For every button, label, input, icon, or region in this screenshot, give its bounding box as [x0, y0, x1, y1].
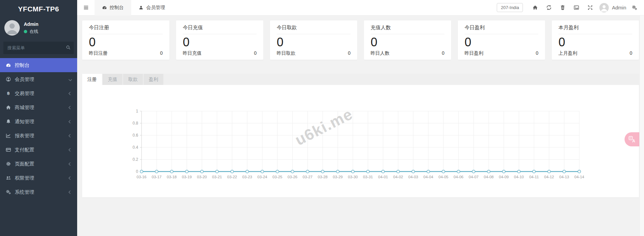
gear-icon[interactable]: [628, 0, 641, 15]
sidebar-user: Admin 在线: [0, 18, 77, 40]
header-avatar[interactable]: [599, 3, 609, 12]
user-status: 在线: [24, 29, 39, 35]
sidebar-item-6[interactable]: 支付配置: [0, 143, 77, 157]
page-icon: [5, 161, 11, 167]
mall-icon: [5, 105, 11, 110]
chart-tabs: 注册充值取款盈利: [82, 74, 639, 85]
stat-sub-value: 0: [536, 50, 538, 56]
chart-tab-3[interactable]: 盈利: [144, 74, 163, 85]
svg-text:03-16: 03-16: [137, 175, 146, 179]
user-avatar[interactable]: [4, 20, 20, 36]
translate-button[interactable]: 中A: [625, 132, 639, 146]
notice-icon: [5, 119, 11, 124]
svg-text:1: 1: [136, 109, 138, 113]
user-name: Admin: [24, 21, 39, 27]
chevron-left-icon: [69, 134, 72, 137]
svg-text:0.8: 0.8: [132, 121, 138, 126]
line-chart: 00.20.40.60.8103-1603-1703-1803-1903-200…: [82, 85, 639, 197]
stat-value: 0: [371, 34, 444, 50]
sidebar-item-label: 控制台: [15, 62, 30, 68]
chevron-left-icon: [69, 92, 72, 95]
search-icon: [66, 45, 71, 50]
svg-text:04-01: 04-01: [378, 175, 388, 179]
menu-search: [3, 42, 74, 54]
refresh-icon[interactable]: [542, 0, 556, 15]
home-icon[interactable]: [528, 0, 542, 15]
sidebar: YFCMF-TP6 Admin 在线 控制台会员管理฿交易管理商城管理通知管理报…: [0, 0, 77, 236]
sidebar-item-1[interactable]: 会员管理: [0, 72, 77, 86]
sidebar-item-8[interactable]: 权限管理: [0, 171, 77, 185]
stat-sub-label: 昨日注册: [89, 50, 108, 56]
chart-tab-1[interactable]: 充值: [103, 74, 122, 85]
dashboard-icon: [5, 62, 11, 68]
svg-text:03-19: 03-19: [182, 175, 192, 179]
stat-sub-label: 昨日盈利: [465, 50, 483, 56]
stat-sub-label: 昨日取款: [277, 50, 296, 56]
stat-sub-value: 0: [160, 50, 163, 56]
header-tab-0[interactable]: 控制台: [95, 0, 131, 15]
svg-text:04-08: 04-08: [484, 175, 493, 179]
stat-sub-label: 上月盈利: [558, 50, 577, 56]
content: 今日注册0昨日注册0今日充值0昨日充值0今日取款0昨日取款0充值人数0昨日人数0…: [77, 15, 644, 236]
svg-text:04-12: 04-12: [544, 175, 554, 179]
stat-footer: 昨日人数0: [371, 50, 444, 57]
sidebar-item-5[interactable]: 报表管理: [0, 129, 77, 143]
svg-text:03-23: 03-23: [242, 175, 252, 179]
member-icon: [5, 77, 11, 82]
menu-icon[interactable]: [77, 0, 95, 15]
scrollbar[interactable]: [639, 15, 644, 236]
permission-icon: [5, 175, 11, 181]
sidebar-item-label: 页面配置: [15, 161, 34, 167]
sidebar-item-label: 商城管理: [15, 104, 34, 111]
stat-footer: 昨日盈利0: [465, 50, 538, 57]
trash-icon[interactable]: [556, 0, 570, 15]
page: { "app": { "logo": "YFCMF-TP6" }, "color…: [0, 0, 644, 236]
svg-text:03-29: 03-29: [333, 175, 342, 179]
sidebar-item-label: 通知管理: [15, 119, 34, 125]
stat-sub-value: 0: [348, 50, 351, 56]
chevron-left-icon: [69, 162, 72, 166]
stat-footer: 昨日注册0: [89, 50, 163, 57]
stat-card-3: 充值人数0昨日人数0: [364, 20, 451, 60]
svg-text:0.6: 0.6: [132, 133, 138, 138]
stat-title: 今日盈利: [465, 25, 538, 34]
header-actions: [528, 0, 597, 15]
sidebar-item-3[interactable]: 商城管理: [0, 100, 77, 114]
sidebar-item-label: 报表管理: [15, 133, 34, 139]
svg-text:03-18: 03-18: [167, 175, 176, 179]
app-logo: YFCMF-TP6: [0, 0, 77, 18]
sidebar-item-2[interactable]: ฿交易管理: [0, 86, 77, 100]
chart-panel: 注册充值取款盈利 00.20.40.60.8103-1603-1703-1803…: [82, 74, 639, 197]
header-username[interactable]: Admin: [612, 5, 626, 10]
fullscreen-icon[interactable]: [583, 0, 597, 15]
user-meta: Admin 在线: [24, 21, 39, 35]
chevron-left-icon: [69, 148, 72, 151]
svg-text:03-31: 03-31: [363, 175, 373, 179]
svg-text:04-09: 04-09: [499, 175, 508, 179]
chevron-left-icon: [69, 120, 72, 123]
chart-tab-0[interactable]: 注册: [82, 74, 102, 85]
site-selector-button[interactable]: 207-India: [497, 3, 523, 12]
sidebar-item-9[interactable]: 系统管理: [0, 185, 77, 199]
stats-row: 今日注册0昨日注册0今日充值0昨日充值0今日取款0昨日取款0充值人数0昨日人数0…: [82, 20, 639, 60]
sidebar-nav: 控制台会员管理฿交易管理商城管理通知管理报表管理支付配置页面配置权限管理系统管理: [0, 58, 77, 199]
svg-text:0.2: 0.2: [132, 157, 138, 162]
stat-value: 0: [558, 34, 632, 50]
sidebar-item-label: 会员管理: [15, 76, 34, 83]
sidebar-item-7[interactable]: 页面配置: [0, 157, 77, 171]
chart-tab-2[interactable]: 取款: [123, 74, 143, 85]
svg-text:03-30: 03-30: [348, 175, 358, 179]
search-input[interactable]: [3, 42, 74, 54]
online-label: 在线: [30, 29, 38, 35]
svg-text:03-17: 03-17: [152, 175, 161, 179]
sidebar-item-4[interactable]: 通知管理: [0, 114, 77, 129]
header: 控制台会员管理 207-India Admin: [77, 0, 644, 15]
header-tab-1[interactable]: 会员管理: [131, 0, 172, 15]
system-icon: [5, 189, 11, 195]
clear-cache-icon[interactable]: [570, 0, 583, 15]
dashboard-icon: [102, 5, 107, 10]
chevron-left-icon: [69, 176, 72, 180]
stat-value: 0: [183, 34, 257, 50]
sidebar-item-0[interactable]: 控制台: [0, 58, 77, 72]
svg-text:0.4: 0.4: [132, 145, 138, 150]
